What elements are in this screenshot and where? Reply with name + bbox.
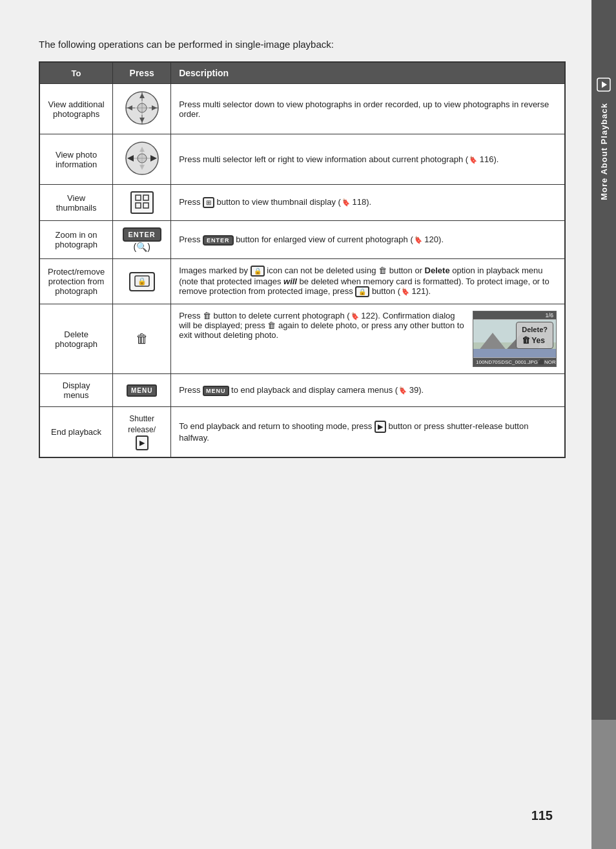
dialog-folder: 100ND70S	[476, 359, 501, 365]
inline-menu-icon: MENU	[203, 386, 229, 396]
protect-btn-inline: 🔒	[355, 286, 369, 297]
delete-desc-container: Press 🗑 button to delete current photogr…	[179, 311, 557, 367]
row-desc: Press ⊞ button to view thumbnail display…	[171, 185, 565, 221]
header-to: To	[39, 62, 113, 84]
row-desc: Press 🗑 button to delete current photogr…	[171, 304, 565, 374]
row-to: Deletephotograph	[39, 304, 113, 374]
svg-marker-30	[602, 81, 607, 88]
trash-button-icon: 🗑	[136, 331, 149, 346]
operations-table: To Press Description View additionalphot…	[39, 61, 566, 458]
dialog-frame-count: 1/6	[545, 312, 553, 319]
table-row: End playback Shutterrelease/ ▶ To end pl…	[39, 407, 565, 457]
row-desc: Press ENTER button for enlarged view of …	[171, 221, 565, 259]
svg-rect-27	[473, 349, 556, 357]
page-number: 115	[531, 808, 553, 823]
delete-dialog-image: 1/6	[473, 311, 557, 367]
row-to: View additionalphotographs	[39, 84, 113, 134]
playback-button-icon: ▶	[136, 435, 149, 450]
row-press: 🗑	[113, 304, 171, 374]
protect-button-icon: 🔒	[129, 272, 155, 291]
row-press	[113, 185, 171, 221]
thumbnail-button-icon	[130, 191, 154, 214]
inline-playback-icon: ▶	[375, 421, 386, 433]
table-row: View photoinformation	[39, 134, 565, 185]
row-press: Shutterrelease/ ▶	[113, 407, 171, 457]
svg-rect-16	[136, 195, 141, 200]
svg-rect-18	[136, 203, 141, 208]
dialog-top-bar: 1/6	[473, 311, 556, 319]
inline-enter-icon: ENTER	[203, 235, 234, 246]
trash-inline2: 🗑	[267, 320, 276, 330]
table-row: Protect/removeprotection fromphotograph …	[39, 259, 565, 304]
row-press	[113, 84, 171, 134]
table-row: View additionalphotographs	[39, 84, 565, 134]
menu-button-icon: MENU	[127, 384, 157, 397]
delete-popup: Delete? 🗑 Yes	[516, 322, 553, 349]
row-desc: Press multi selector left or right to vi…	[171, 134, 565, 185]
row-to: Displaymenus	[39, 374, 113, 407]
inline-thumbnail-icon: ⊞	[203, 197, 214, 208]
dialog-bottom-bar: 100ND70S DSC_0001.JPG ⬛NORMAL	[473, 358, 556, 366]
page: The following operations can be performe…	[0, 0, 616, 849]
row-to: Zoom in onphotograph	[39, 221, 113, 259]
enter-button-icon: ENTER	[123, 227, 161, 242]
table-row: Zoom in onphotograph ENTER (🔍) Press ENT…	[39, 221, 565, 259]
playback-icon	[597, 78, 611, 94]
row-desc: To end playback and return to shooting m…	[171, 407, 565, 457]
main-content: The following operations can be performe…	[0, 0, 591, 849]
delete-question: Delete?	[522, 326, 548, 333]
table-row: Displaymenus MENU Press MENU to end play…	[39, 374, 565, 407]
side-tab-bottom-rect	[591, 720, 616, 849]
intro-text: The following operations can be performe…	[39, 39, 566, 50]
row-to: Protect/removeprotection fromphotograph	[39, 259, 113, 304]
header-description: Description	[171, 62, 565, 84]
row-press	[113, 134, 171, 185]
row-to: View photoinformation	[39, 134, 113, 185]
svg-text:🔒: 🔒	[138, 277, 147, 286]
trash-icon-inline: 🗑	[378, 266, 387, 275]
row-to: Viewthumbnails	[39, 185, 113, 221]
dpad-lr-icon	[125, 141, 159, 176]
header-press: Press	[113, 62, 171, 84]
dpad-all-icon	[125, 90, 159, 125]
magnify-icon: (🔍)	[133, 242, 150, 252]
row-press: MENU	[113, 374, 171, 407]
yes-label: Yes	[531, 336, 545, 345]
delete-text: Press 🗑 button to delete current photogr…	[179, 311, 466, 340]
dialog-wrapper: 1/6	[473, 311, 557, 367]
svg-rect-17	[143, 195, 149, 200]
row-desc: Press multi selector down to view photog…	[171, 84, 565, 134]
row-press: 🔒	[113, 259, 171, 304]
dialog-image-area: Delete? 🗑 Yes	[473, 319, 556, 358]
row-to: End playback	[39, 407, 113, 457]
dialog-filename: DSC_0001.JPG	[501, 359, 538, 365]
side-tab: More About Playback	[591, 0, 616, 849]
side-tab-label: More About Playback	[599, 103, 609, 200]
table-row: Deletephotograph 🗑 Press 🗑 button to del…	[39, 304, 565, 374]
table-row: Viewthumbnails Press ⊞ button t	[39, 185, 565, 221]
row-desc: Images marked by 🔒 icon can not be delet…	[171, 259, 565, 304]
svg-rect-19	[143, 203, 149, 208]
protect-icon-inline: 🔒	[251, 266, 265, 277]
trash-popup-icon: 🗑	[522, 335, 530, 345]
dialog-type: ⬛NORMAL	[538, 359, 557, 365]
delete-yes: 🗑 Yes	[522, 335, 548, 345]
row-desc: Press MENU to end playback and display c…	[171, 374, 565, 407]
row-press: ENTER (🔍)	[113, 221, 171, 259]
trash-inline: 🗑	[203, 311, 211, 320]
